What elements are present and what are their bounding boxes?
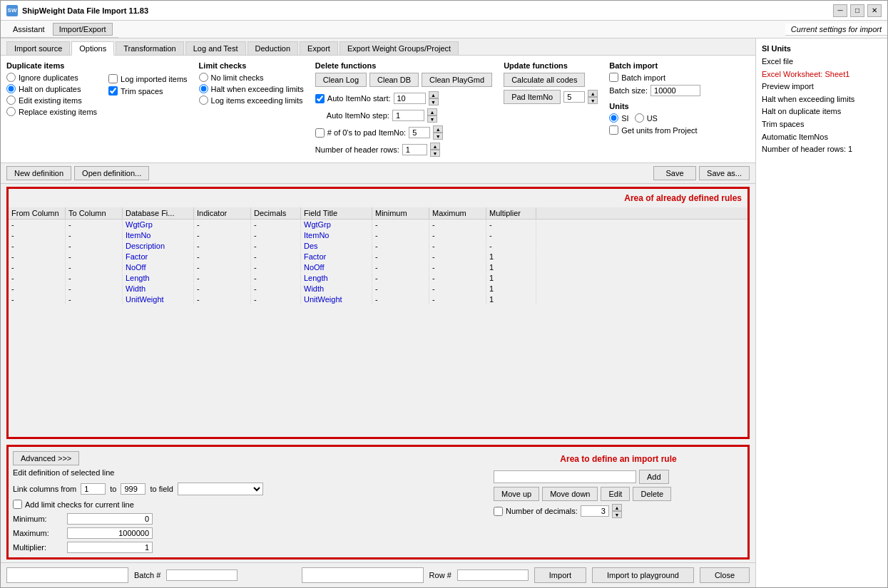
table-row[interactable]: --Width--Width--1: [9, 284, 747, 294]
auto-start-up[interactable]: ▲: [429, 91, 439, 98]
advanced-button[interactable]: Advanced >>>: [13, 451, 79, 465]
multiplier-input[interactable]: [67, 542, 153, 553]
table-row[interactable]: --Description--Des---: [9, 241, 747, 252]
add-limit-checks-option[interactable]: Add limit checks for current line: [13, 500, 263, 509]
auto-start-label: Auto ItemNo start:: [327, 94, 391, 103]
batch-input[interactable]: [166, 569, 238, 581]
header-rows-up[interactable]: ▲: [430, 143, 440, 150]
close-button[interactable]: Close: [700, 567, 750, 583]
si-radio-option[interactable]: SI: [609, 113, 628, 123]
auto-start-down[interactable]: ▼: [429, 98, 439, 105]
table-row[interactable]: --ItemNo--ItemNo---: [9, 230, 747, 241]
import-playground-button[interactable]: Import to playground: [592, 567, 694, 583]
edit-rule-button[interactable]: Edit: [601, 487, 630, 501]
table-row[interactable]: --UnitWeight--UnitWeight--1: [9, 294, 747, 305]
trim-spaces-option[interactable]: Trim spaces: [108, 86, 188, 96]
clean-playgmd-button[interactable]: Clean PlayGmd: [422, 73, 492, 87]
num-decimals-checkbox[interactable]: [494, 507, 503, 516]
edit-existing-radio[interactable]: [6, 96, 16, 105]
edit-existing-option[interactable]: Edit existing items: [6, 96, 97, 105]
pad-itemno-button[interactable]: Pad ItemNo: [504, 90, 561, 104]
pad-down[interactable]: ▼: [433, 133, 443, 140]
pad-itemno-input[interactable]: [563, 91, 585, 103]
num-decimals-down[interactable]: ▼: [612, 511, 622, 518]
ignore-duplicates-option[interactable]: Ignore duplicates: [6, 73, 97, 82]
ignore-duplicates-radio[interactable]: [6, 73, 16, 82]
get-units-checkbox[interactable]: [609, 125, 618, 135]
to-field-select[interactable]: WgtGrpItemNoDescriptionFactorNoOffLength…: [178, 483, 263, 495]
halt-duplicates-option[interactable]: Halt on duplicates: [6, 84, 97, 93]
tab-transformation[interactable]: Transformation: [116, 41, 184, 55]
tab-options[interactable]: Options: [71, 41, 114, 56]
table-row[interactable]: --WgtGrp--WgtGrp---: [9, 220, 747, 230]
tab-import-source[interactable]: Import source: [6, 41, 70, 55]
move-up-button[interactable]: Move up: [494, 487, 539, 501]
log-exceeding-option[interactable]: Log items exceeding limits: [199, 96, 304, 105]
si-radio[interactable]: [609, 113, 618, 123]
log-exceeding-radio[interactable]: [199, 96, 208, 105]
pad-input[interactable]: [409, 127, 430, 138]
table-row[interactable]: --Factor--Factor--1: [9, 252, 747, 262]
link-from-input[interactable]: [81, 483, 106, 495]
table-row[interactable]: --Length--Length--1: [9, 273, 747, 284]
link-to-input[interactable]: [121, 483, 146, 495]
bottom-left-input[interactable]: [6, 567, 128, 583]
auto-step-input[interactable]: [392, 110, 424, 121]
maximize-button[interactable]: □: [850, 4, 864, 17]
add-limit-checks-checkbox[interactable]: [13, 500, 22, 509]
import-button[interactable]: Import: [534, 567, 586, 583]
us-radio[interactable]: [635, 113, 644, 123]
batch-size-input[interactable]: [650, 85, 700, 96]
halt-exceeding-radio[interactable]: [199, 84, 208, 93]
row-input[interactable]: [457, 569, 529, 581]
halt-duplicates-radio[interactable]: [6, 84, 16, 93]
tab-export-weight[interactable]: Export Weight Groups/Project: [340, 41, 459, 55]
trim-spaces-checkbox[interactable]: [108, 86, 118, 96]
add-button[interactable]: Add: [639, 470, 669, 484]
tab-export[interactable]: Export: [300, 41, 338, 55]
close-window-button[interactable]: ✕: [867, 4, 882, 17]
header-rows-down[interactable]: ▼: [430, 150, 440, 157]
save-as-button[interactable]: Save as...: [699, 166, 750, 180]
halt-exceeding-option[interactable]: Halt when exceeding limits: [199, 84, 304, 93]
log-imported-checkbox[interactable]: [108, 74, 118, 83]
minimize-button[interactable]: ─: [833, 4, 847, 17]
pad-up[interactable]: ▲: [433, 125, 443, 133]
replace-existing-radio[interactable]: [6, 107, 16, 116]
batch-import-checkbox[interactable]: [609, 73, 618, 82]
batch-import-checkbox-item[interactable]: Batch import: [609, 73, 700, 82]
clean-db-button[interactable]: Clean DB: [369, 73, 419, 87]
no-limit-checks-option[interactable]: No limit checks: [199, 73, 304, 82]
num-decimals-input[interactable]: [581, 505, 609, 517]
bottom-right-input[interactable]: [302, 567, 424, 583]
auto-start-checkbox[interactable]: [315, 94, 325, 103]
tab-deduction[interactable]: Deduction: [247, 41, 299, 55]
open-definition-button[interactable]: Open definition...: [74, 166, 149, 180]
auto-step-down[interactable]: ▼: [427, 115, 437, 123]
pad-checkbox[interactable]: [315, 128, 325, 138]
clean-log-button[interactable]: Clean Log: [315, 73, 367, 87]
log-imported-option[interactable]: Log imported items: [108, 74, 188, 83]
no-limit-radio[interactable]: [199, 73, 208, 82]
header-rows-input[interactable]: [402, 144, 427, 155]
maximum-input[interactable]: [67, 527, 153, 539]
pad-itemno-down[interactable]: ▼: [588, 97, 598, 104]
auto-start-input[interactable]: [394, 93, 426, 104]
menu-import-export[interactable]: Import/Export: [53, 23, 113, 36]
save-button[interactable]: Save: [653, 166, 696, 180]
calculate-all-button[interactable]: Calculate all codes: [504, 73, 585, 87]
new-definition-button[interactable]: New definition: [6, 166, 71, 180]
auto-step-up[interactable]: ▲: [427, 108, 437, 115]
us-radio-option[interactable]: US: [635, 113, 658, 123]
pad-itemno-up[interactable]: ▲: [588, 90, 598, 97]
tab-log-test[interactable]: Log and Test: [185, 41, 246, 55]
replace-existing-option[interactable]: Replace existing items: [6, 107, 97, 116]
rule-name-input[interactable]: [494, 470, 636, 483]
get-units-option[interactable]: Get units from Project: [609, 125, 700, 135]
table-row[interactable]: --NoOff--NoOff--1: [9, 262, 747, 273]
menu-assistant[interactable]: Assistant: [6, 23, 51, 36]
delete-rule-button[interactable]: Delete: [633, 487, 671, 501]
minimum-input[interactable]: [67, 513, 153, 525]
num-decimals-up[interactable]: ▲: [612, 504, 622, 511]
move-down-button[interactable]: Move down: [542, 487, 598, 501]
